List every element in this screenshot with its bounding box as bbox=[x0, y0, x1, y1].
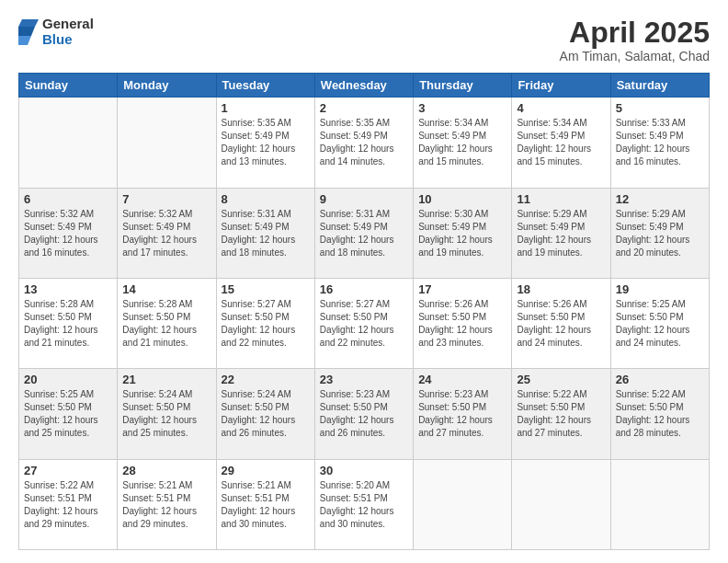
day-detail: Sunrise: 5:24 AMSunset: 5:50 PMDaylight:… bbox=[122, 389, 197, 438]
col-friday: Friday bbox=[512, 74, 610, 98]
day-detail: Sunrise: 5:34 AMSunset: 5:49 PMDaylight:… bbox=[517, 118, 591, 167]
day-detail: Sunrise: 5:25 AMSunset: 5:50 PMDaylight:… bbox=[24, 389, 98, 438]
col-wednesday: Wednesday bbox=[314, 74, 413, 98]
table-row: 16 Sunrise: 5:27 AMSunset: 5:50 PMDaylig… bbox=[314, 278, 413, 368]
day-detail: Sunrise: 5:26 AMSunset: 5:50 PMDaylight:… bbox=[418, 299, 493, 348]
table-row bbox=[610, 459, 709, 549]
table-row: 18 Sunrise: 5:26 AMSunset: 5:50 PMDaylig… bbox=[512, 278, 610, 368]
table-row: 19 Sunrise: 5:25 AMSunset: 5:50 PMDaylig… bbox=[610, 278, 709, 368]
day-number: 17 bbox=[418, 282, 506, 296]
day-number: 2 bbox=[320, 101, 408, 115]
day-detail: Sunrise: 5:31 AMSunset: 5:49 PMDaylight:… bbox=[222, 209, 296, 258]
day-detail: Sunrise: 5:22 AMSunset: 5:50 PMDaylight:… bbox=[616, 389, 690, 438]
calendar-week-row: 20 Sunrise: 5:25 AMSunset: 5:50 PMDaylig… bbox=[19, 369, 710, 459]
col-thursday: Thursday bbox=[414, 74, 512, 98]
table-row: 3 Sunrise: 5:34 AMSunset: 5:49 PMDayligh… bbox=[414, 98, 512, 188]
day-detail: Sunrise: 5:33 AMSunset: 5:49 PMDaylight:… bbox=[616, 118, 690, 167]
day-detail: Sunrise: 5:28 AMSunset: 5:50 PMDaylight:… bbox=[122, 299, 197, 348]
day-number: 25 bbox=[517, 373, 605, 386]
day-number: 3 bbox=[418, 101, 506, 115]
page: General Blue April 2025 Am Timan, Salama… bbox=[0, 0, 728, 563]
day-detail: Sunrise: 5:23 AMSunset: 5:50 PMDaylight:… bbox=[418, 389, 493, 438]
table-row: 28 Sunrise: 5:21 AMSunset: 5:51 PMDaylig… bbox=[118, 459, 216, 549]
day-number: 13 bbox=[24, 282, 112, 296]
day-number: 4 bbox=[517, 101, 605, 115]
col-sunday: Sunday bbox=[19, 74, 118, 98]
table-row: 5 Sunrise: 5:33 AMSunset: 5:49 PMDayligh… bbox=[610, 98, 709, 188]
day-number: 23 bbox=[320, 373, 408, 386]
day-number: 22 bbox=[222, 373, 310, 386]
logo-icon bbox=[18, 19, 39, 45]
logo-text: General Blue bbox=[42, 17, 94, 47]
table-row: 17 Sunrise: 5:26 AMSunset: 5:50 PMDaylig… bbox=[414, 278, 512, 368]
table-row: 26 Sunrise: 5:22 AMSunset: 5:50 PMDaylig… bbox=[610, 369, 709, 459]
day-detail: Sunrise: 5:22 AMSunset: 5:51 PMDaylight:… bbox=[24, 480, 98, 529]
day-detail: Sunrise: 5:24 AMSunset: 5:50 PMDaylight:… bbox=[222, 389, 296, 438]
day-detail: Sunrise: 5:30 AMSunset: 5:49 PMDaylight:… bbox=[418, 209, 493, 258]
table-row: 22 Sunrise: 5:24 AMSunset: 5:50 PMDaylig… bbox=[216, 369, 314, 459]
table-row bbox=[19, 98, 118, 188]
subtitle: Am Timan, Salamat, Chad bbox=[560, 49, 710, 63]
table-row bbox=[118, 98, 216, 188]
day-number: 18 bbox=[517, 282, 605, 296]
day-detail: Sunrise: 5:34 AMSunset: 5:49 PMDaylight:… bbox=[418, 118, 493, 167]
table-row: 14 Sunrise: 5:28 AMSunset: 5:50 PMDaylig… bbox=[118, 278, 216, 368]
col-saturday: Saturday bbox=[610, 74, 709, 98]
table-row: 2 Sunrise: 5:35 AMSunset: 5:49 PMDayligh… bbox=[314, 98, 413, 188]
day-number: 30 bbox=[320, 464, 408, 477]
logo: General Blue bbox=[18, 17, 94, 47]
day-detail: Sunrise: 5:32 AMSunset: 5:49 PMDaylight:… bbox=[122, 209, 197, 258]
day-detail: Sunrise: 5:26 AMSunset: 5:50 PMDaylight:… bbox=[517, 299, 591, 348]
table-row: 13 Sunrise: 5:28 AMSunset: 5:50 PMDaylig… bbox=[19, 278, 118, 368]
table-row: 15 Sunrise: 5:27 AMSunset: 5:50 PMDaylig… bbox=[216, 278, 314, 368]
day-number: 20 bbox=[24, 373, 112, 386]
day-detail: Sunrise: 5:25 AMSunset: 5:50 PMDaylight:… bbox=[616, 299, 690, 348]
day-detail: Sunrise: 5:23 AMSunset: 5:50 PMDaylight:… bbox=[320, 389, 394, 438]
table-row: 29 Sunrise: 5:21 AMSunset: 5:51 PMDaylig… bbox=[216, 459, 314, 549]
day-detail: Sunrise: 5:35 AMSunset: 5:49 PMDaylight:… bbox=[320, 118, 394, 167]
logo-general: General bbox=[42, 17, 94, 32]
day-number: 12 bbox=[616, 192, 704, 206]
calendar-week-row: 6 Sunrise: 5:32 AMSunset: 5:49 PMDayligh… bbox=[19, 188, 710, 278]
calendar-table: Sunday Monday Tuesday Wednesday Thursday… bbox=[18, 73, 710, 550]
day-number: 27 bbox=[24, 464, 112, 477]
day-number: 1 bbox=[222, 101, 310, 115]
col-tuesday: Tuesday bbox=[216, 74, 314, 98]
day-number: 10 bbox=[418, 192, 506, 206]
svg-marker-0 bbox=[18, 19, 39, 27]
day-detail: Sunrise: 5:29 AMSunset: 5:49 PMDaylight:… bbox=[517, 209, 591, 258]
day-number: 28 bbox=[122, 464, 210, 477]
main-title: April 2025 bbox=[560, 17, 710, 49]
day-detail: Sunrise: 5:31 AMSunset: 5:49 PMDaylight:… bbox=[320, 209, 394, 258]
header: General Blue April 2025 Am Timan, Salama… bbox=[18, 17, 710, 63]
day-number: 8 bbox=[222, 192, 310, 206]
table-row bbox=[512, 459, 610, 549]
table-row: 1 Sunrise: 5:35 AMSunset: 5:49 PMDayligh… bbox=[216, 98, 314, 188]
day-detail: Sunrise: 5:28 AMSunset: 5:50 PMDaylight:… bbox=[24, 299, 98, 348]
day-detail: Sunrise: 5:21 AMSunset: 5:51 PMDaylight:… bbox=[122, 480, 197, 529]
table-row: 8 Sunrise: 5:31 AMSunset: 5:49 PMDayligh… bbox=[216, 188, 314, 278]
day-number: 9 bbox=[320, 192, 408, 206]
svg-marker-2 bbox=[18, 36, 31, 45]
day-detail: Sunrise: 5:32 AMSunset: 5:49 PMDaylight:… bbox=[24, 209, 98, 258]
day-number: 6 bbox=[24, 192, 112, 206]
calendar-body: 1 Sunrise: 5:35 AMSunset: 5:49 PMDayligh… bbox=[19, 98, 710, 550]
table-row: 4 Sunrise: 5:34 AMSunset: 5:49 PMDayligh… bbox=[512, 98, 610, 188]
table-row: 20 Sunrise: 5:25 AMSunset: 5:50 PMDaylig… bbox=[19, 369, 118, 459]
calendar-week-row: 13 Sunrise: 5:28 AMSunset: 5:50 PMDaylig… bbox=[19, 278, 710, 368]
calendar-week-row: 1 Sunrise: 5:35 AMSunset: 5:49 PMDayligh… bbox=[19, 98, 710, 188]
logo-blue: Blue bbox=[42, 32, 94, 48]
day-number: 15 bbox=[222, 282, 310, 296]
table-row: 11 Sunrise: 5:29 AMSunset: 5:49 PMDaylig… bbox=[512, 188, 610, 278]
day-detail: Sunrise: 5:35 AMSunset: 5:49 PMDaylight:… bbox=[222, 118, 296, 167]
day-number: 29 bbox=[222, 464, 310, 477]
title-block: April 2025 Am Timan, Salamat, Chad bbox=[560, 17, 710, 63]
table-row: 12 Sunrise: 5:29 AMSunset: 5:49 PMDaylig… bbox=[610, 188, 709, 278]
table-row: 10 Sunrise: 5:30 AMSunset: 5:49 PMDaylig… bbox=[414, 188, 512, 278]
day-detail: Sunrise: 5:29 AMSunset: 5:49 PMDaylight:… bbox=[616, 209, 690, 258]
table-row: 9 Sunrise: 5:31 AMSunset: 5:49 PMDayligh… bbox=[314, 188, 413, 278]
col-monday: Monday bbox=[118, 74, 216, 98]
table-row: 6 Sunrise: 5:32 AMSunset: 5:49 PMDayligh… bbox=[19, 188, 118, 278]
day-detail: Sunrise: 5:21 AMSunset: 5:51 PMDaylight:… bbox=[222, 480, 296, 529]
table-row: 30 Sunrise: 5:20 AMSunset: 5:51 PMDaylig… bbox=[314, 459, 413, 549]
